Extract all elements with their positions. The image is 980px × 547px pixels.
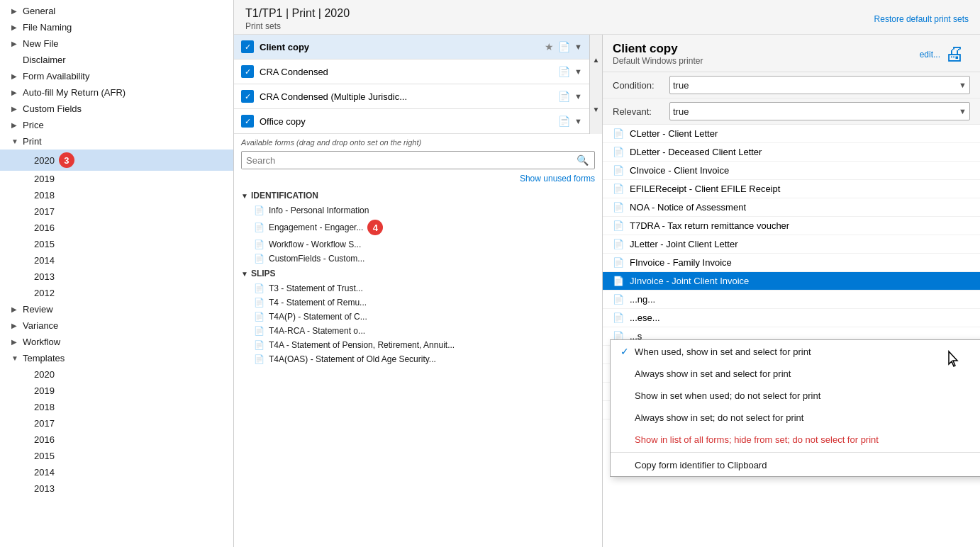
sidebar-item-print-2012[interactable]: ▶ 2012 <box>0 285 233 301</box>
print-set-cra-multi[interactable]: ✓ CRA Condensed (Multiple Jurisdic... 📄 … <box>234 84 589 109</box>
print-set-cra-condensed[interactable]: ✓ CRA Condensed 📄 ▼ <box>234 60 589 84</box>
sidebar-item-general[interactable]: ▶ General <box>0 3 233 19</box>
form-item-jletter[interactable]: 📄 JLetter - Joint Client Letter <box>603 235 980 254</box>
tree-item[interactable]: 📄 T4A-RCA - Statement o... <box>234 324 602 338</box>
restore-link[interactable]: Restore default print sets <box>874 14 969 24</box>
sidebar-item-templates-2014[interactable]: ▶ 2014 <box>0 464 233 480</box>
sidebar-item-price[interactable]: ▶ Price <box>0 117 233 133</box>
sidebar-item-print-2016[interactable]: ▶ 2016 <box>0 220 233 236</box>
tree-item[interactable]: 📄 Engagement - Engager... 4 <box>234 218 602 237</box>
form-label: EFILEReceipt - Client EFILE Receipt <box>630 184 780 194</box>
form-item-partial1[interactable]: 📄 ...ng... <box>603 291 980 309</box>
sidebar-item-print-2015[interactable]: ▶ 2015 <box>0 236 233 252</box>
tree-item[interactable]: 📄 Info - Personal Information <box>234 203 602 218</box>
tree-section-identification[interactable]: ▼ IDENTIFICATION <box>234 188 602 203</box>
scroll-down-button[interactable]: ▼ <box>590 84 602 134</box>
tree-section-slips[interactable]: ▼ SLIPS <box>234 266 602 281</box>
sidebar-item-templates-2019[interactable]: ▶ 2019 <box>0 383 233 399</box>
form-item-cinvoice[interactable]: 📄 CInvoice - Client Invoice <box>603 162 980 180</box>
tree-item[interactable]: 📄 CustomFields - Custom... <box>234 252 602 266</box>
sidebar-item-templates-2015[interactable]: ▶ 2015 <box>0 448 233 464</box>
show-unused-link[interactable]: Show unused forms <box>234 172 602 185</box>
sidebar-item-file-naming[interactable]: ▶ File Naming <box>0 19 233 35</box>
form-item-jinvoice[interactable]: 📄 JInvoice - Joint Client Invoice <box>603 272 980 291</box>
sidebar-item-templates-2013[interactable]: ▶ 2013 <box>0 480 233 497</box>
item-label: T4A(P) - Statement of C... <box>269 312 367 322</box>
header-actions: edit... 🖨 <box>920 42 970 67</box>
ctx-item-show-used-no-select[interactable]: Show in set when used; do not select for… <box>611 385 980 407</box>
form-item-noa[interactable]: 📄 NOA - Notice of Assessment <box>603 198 980 217</box>
sidebar-item-print[interactable]: ▼ Print <box>0 133 233 150</box>
form-item-cletter[interactable]: 📄 CLetter - Client Letter <box>603 125 980 143</box>
sidebar-item-review[interactable]: ▶ Review <box>0 301 233 317</box>
form-item-efilereceipt[interactable]: 📄 EFILEReceipt - Client EFILE Receipt <box>603 180 980 198</box>
sidebar-item-print-2013[interactable]: ▶ 2013 <box>0 269 233 285</box>
form-label: DLetter - Deceased Client Letter <box>630 147 762 157</box>
form-item-partial2[interactable]: 📄 ...ese... <box>603 309 980 327</box>
ctx-item-copy-id[interactable]: Copy form identifier to Clipboard Ctrl+C <box>611 454 980 476</box>
print-set-office-copy[interactable]: ✓ Office copy 📄 ▼ <box>234 109 589 134</box>
printer-icon[interactable]: 🖨 <box>945 42 970 67</box>
item-label: Info - Personal Information <box>269 205 369 215</box>
badge-3: 3 <box>59 152 74 168</box>
tree-item[interactable]: 📄 T3 - Statement of Trust... <box>234 281 602 295</box>
sidebar-item-print-2019[interactable]: ▶ 2019 <box>0 171 233 187</box>
sidebar-item-print-2020[interactable]: ▶ 2020 3 <box>0 150 233 171</box>
sidebar-item-form-availability[interactable]: ▶ Form Availability <box>0 68 233 84</box>
tree-item[interactable]: 📄 T4A(P) - Statement of C... <box>234 310 602 324</box>
forms-tree: ▼ IDENTIFICATION 📄 Info - Personal Infor… <box>234 185 602 547</box>
form-item-t7dra[interactable]: 📄 T7DRA - Tax return remittance voucher <box>603 217 980 235</box>
condition-value: true <box>673 80 689 91</box>
ctx-item-when-used[interactable]: ✓ When used, show in set and select for … <box>611 340 980 363</box>
doc-icon: 📄 <box>254 340 265 350</box>
ctx-item-label: Show in set when used; do not select for… <box>635 390 820 401</box>
sidebar-item-print-2018[interactable]: ▶ 2018 <box>0 187 233 203</box>
doc-icon: 📄 <box>613 184 624 194</box>
sidebar-item-workflow[interactable]: ▶ Workflow <box>0 334 233 350</box>
sidebar-item-autofill[interactable]: ▶ Auto-fill My Return (AFR) <box>0 84 233 101</box>
sidebar-item-variance[interactable]: ▶ Variance <box>0 317 233 334</box>
relevant-dropdown[interactable]: true ▼ <box>669 102 970 120</box>
chevron-down-icon: ▼ <box>574 43 582 51</box>
doc-icon: 📄 <box>613 312 624 323</box>
search-button[interactable]: 🔍 <box>571 152 594 169</box>
form-item-dletter[interactable]: 📄 DLetter - Deceased Client Letter <box>603 143 980 162</box>
expand-arrow: ▶ <box>11 7 20 15</box>
doc-icon: 📄 <box>254 298 265 308</box>
title-block: Client copy Default Windows printer <box>613 42 703 66</box>
form-item-finvoice[interactable]: 📄 FInvoice - Family Invoice <box>603 254 980 272</box>
condition-dropdown[interactable]: true ▼ <box>669 76 970 94</box>
tree-item[interactable]: 📄 T4A - Statement of Pension, Retirement… <box>234 338 602 352</box>
ctx-item-always-show-select[interactable]: Always show in set and select for print <box>611 363 980 385</box>
expand-arrow: ▶ <box>11 305 20 313</box>
edit-link[interactable]: edit... <box>920 50 940 60</box>
sidebar-item-new-file[interactable]: ▶ New File <box>0 35 233 52</box>
form-label: FInvoice - Family Invoice <box>630 257 732 268</box>
ctx-item-show-list-hide-set[interactable]: Show in list of all forms; hide from set… <box>611 429 980 451</box>
sidebar-item-print-2017[interactable]: ▶ 2017 <box>0 203 233 220</box>
sidebar-item-templates-2020[interactable]: ▶ 2020 <box>0 366 233 383</box>
search-input[interactable] <box>242 152 571 169</box>
expand-arrow: ▶ <box>11 72 20 80</box>
print-set-label: CRA Condensed (Multiple Jurisdic... <box>260 91 558 102</box>
tree-item[interactable]: 📄 Workflow - Workflow S... <box>234 237 602 252</box>
ctx-item-always-show-no-select[interactable]: Always show in set; do not select for pr… <box>611 407 980 429</box>
doc-icon: 📄 <box>254 254 265 264</box>
sidebar-item-templates[interactable]: ▼ Templates <box>0 350 233 366</box>
chevron-down-icon: ▼ <box>959 107 967 115</box>
sidebar-item-disclaimer[interactable]: ▶ Disclaimer <box>0 52 233 68</box>
right-panel: Client copy Default Windows printer edit… <box>603 35 980 547</box>
right-panel-header: Client copy Default Windows printer edit… <box>603 35 980 72</box>
sidebar-item-print-2014[interactable]: ▶ 2014 <box>0 252 233 269</box>
tree-item[interactable]: 📄 T4A(OAS) - Statement of Old Age Securi… <box>234 352 602 366</box>
print-set-client-copy[interactable]: ✓ Client copy ★ 📄 ▼ <box>234 35 589 60</box>
sidebar-item-custom-fields[interactable]: ▶ Custom Fields <box>0 101 233 117</box>
chevron-down-icon: ▼ <box>574 67 582 76</box>
scroll-up-button[interactable]: ▲ <box>590 35 602 84</box>
sidebar-item-templates-2017[interactable]: ▶ 2017 <box>0 415 233 432</box>
doc-icon: 📄 <box>254 312 265 322</box>
sidebar-item-templates-2016[interactable]: ▶ 2016 <box>0 432 233 448</box>
sidebar-item-templates-2018[interactable]: ▶ 2018 <box>0 399 233 415</box>
checkbox-icon: ✓ <box>241 40 254 53</box>
tree-item[interactable]: 📄 T4 - Statement of Remu... <box>234 295 602 310</box>
